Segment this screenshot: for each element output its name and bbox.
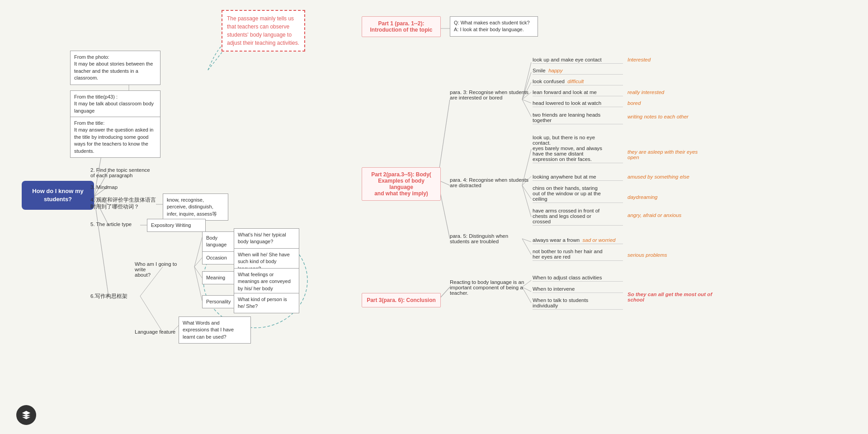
para4-label: para. 4: Recognise when students are dis…	[450, 177, 529, 188]
svg-line-10	[194, 237, 202, 267]
behavior-5: head lowered to look at watch	[533, 100, 623, 107]
implication-12: serious problems	[627, 252, 667, 258]
title2-box: From the title:It may answer the questio…	[70, 117, 160, 158]
behavior-6: two friends are leaning headstogether	[533, 112, 623, 124]
behavior-4: lean forward and look at me	[533, 90, 623, 96]
mindmap-label: 3. Mindmap	[90, 184, 118, 190]
para5-label: para. 5: Distinguish when students are t…	[450, 233, 529, 244]
svg-line-11	[194, 258, 202, 267]
svg-line-37	[522, 99, 531, 117]
personality-q-box: What kind of person is he/ She?	[234, 293, 299, 313]
central-topic: How do I know my students?	[22, 181, 94, 210]
lang-feature-label: Language feature	[135, 329, 184, 335]
svg-line-9	[140, 296, 163, 332]
part2-box: Part 2(para.3--5): Body(Examples of body…	[362, 167, 441, 201]
conclusion-item-2: When to intervene	[533, 286, 623, 293]
central-topic-label: How do I know my students?	[32, 188, 83, 203]
topic-sentence-label: 2. Find the topic sentenceof each paragr…	[90, 167, 181, 178]
title1-box: From the title(p43) :It may be talk abou…	[70, 90, 160, 118]
part1-box: Part 1 (para. 1--2):Introduction of the …	[362, 16, 441, 37]
implication-6: writing notes to each other	[627, 114, 689, 119]
part3-box: Part 3(para. 6): Conclusion	[362, 293, 441, 307]
svg-line-5	[94, 197, 108, 296]
observe-label: 4. 观察和评价学生肢体语言时用到了哪些动词？	[90, 197, 160, 210]
implication-5: bored	[627, 100, 641, 106]
conclusion-item-1: When to adjust class activities	[533, 275, 623, 282]
behavior-12: not bother to rush her hair andher eyes …	[533, 249, 623, 261]
photo-box: From the photo:It may be about stories b…	[70, 51, 160, 85]
svg-line-41	[522, 185, 531, 217]
article-type-label: 5. The article type	[90, 222, 132, 227]
implication-7: they are asleep with their eyes open	[627, 149, 704, 160]
behavior-8: looking anywhere but at me	[533, 174, 623, 181]
implication-9: daydreaming	[627, 194, 657, 200]
conclusion-item-3: When to talk to studentsindividually	[533, 297, 623, 310]
body-q-box: What's his/ her typicalbody language?	[234, 228, 299, 249]
writing-frame-label: 6.写作构思框架	[90, 293, 127, 300]
implication-1: Interested	[627, 57, 651, 62]
conclusion-implication: So they can all get the most out of scho…	[627, 292, 718, 302]
conclusion-label: Reacting to body language is an importan…	[450, 279, 529, 296]
layers-icon[interactable]	[16, 405, 36, 425]
part1-q-box: Q: What makes each student tick? A: I lo…	[450, 16, 538, 37]
behavior-1: look up and make eye contact	[533, 57, 623, 64]
behavior-2: Smile happy	[533, 68, 623, 75]
implication-10: angry, afraid or anxious	[627, 212, 681, 218]
svg-line-13	[194, 267, 202, 301]
para3-label: para. 3: Recognise when students are int…	[450, 90, 529, 100]
lang-q-box: What Words and expressions that I have l…	[179, 316, 251, 344]
who-write-label: Who am I going to writeabout?	[135, 261, 189, 278]
behavior-7: look up, but there is no eyecontact.eyes…	[533, 135, 623, 163]
implication-8: amused by something else	[627, 174, 689, 179]
behavior-10: have arms crossed in front ofchests and …	[533, 208, 623, 226]
svg-line-12	[194, 267, 202, 278]
implication-4: really interested	[627, 90, 664, 95]
expository-box: Expository Writing	[147, 219, 206, 232]
behavior-3: look confused difficult	[533, 79, 623, 85]
verbs-box: know, recognise,perceive, distinguish,in…	[163, 193, 228, 221]
behavior-9: chins on their hands, staringout of the …	[533, 185, 623, 203]
main-passage-box: The passage mainly tells us that teacher…	[222, 10, 305, 52]
behavior-11: always wear a frown sad or worried	[533, 237, 623, 244]
